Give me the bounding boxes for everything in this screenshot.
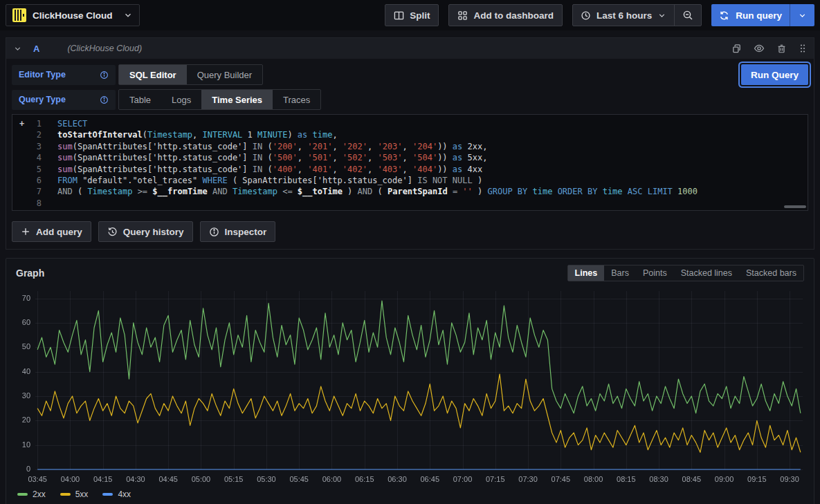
run-query-toolbar-button: Run query bbox=[711, 4, 814, 26]
search-minus-icon bbox=[682, 10, 693, 21]
add-query-button[interactable]: Add query bbox=[12, 221, 91, 242]
query-type-group: Table Logs Time Series Traces bbox=[118, 89, 321, 110]
line-number: 6 bbox=[12, 175, 42, 186]
query-history-button[interactable]: Query history bbox=[98, 221, 193, 242]
split-button[interactable]: Split bbox=[385, 4, 439, 26]
duplicate-query-icon[interactable] bbox=[731, 44, 742, 54]
editor-type-row: Editor Type SQL Editor Query Builder Run… bbox=[12, 64, 808, 85]
style-bars[interactable]: Bars bbox=[604, 265, 636, 281]
graph-panel-title: Graph bbox=[16, 268, 44, 279]
history-icon bbox=[107, 227, 118, 237]
query-ref-label[interactable]: A bbox=[33, 44, 39, 54]
line-number: 7 bbox=[12, 186, 42, 197]
time-range-button[interactable]: Last 6 hours bbox=[573, 5, 674, 26]
code-line-5[interactable]: 5sum(SpanAttributes['http.status_code'] … bbox=[12, 164, 808, 175]
legend-label-5xx: 5xx bbox=[75, 489, 89, 499]
delete-query-trash-icon[interactable] bbox=[776, 44, 787, 54]
style-lines[interactable]: Lines bbox=[568, 265, 605, 281]
style-stacked-bars[interactable]: Stacked bars bbox=[739, 265, 803, 281]
editor-type-field-label: Editor Type bbox=[12, 65, 116, 85]
explore-toolbar: ClickHouse Cloud Split Add to dashboard … bbox=[0, 0, 820, 30]
code-line-4[interactable]: 4sum(SpanAttributes['http.status_code'] … bbox=[12, 152, 808, 163]
line-number: 8 bbox=[12, 198, 42, 209]
line-number: 1 bbox=[12, 118, 42, 129]
query-editor-panel: A (ClickHouse Cloud) Editor Type bbox=[6, 37, 814, 250]
code-line-2[interactable]: 2toStartOfInterval(Timestamp, INTERVAL 1… bbox=[12, 129, 808, 140]
chevron-down-icon bbox=[123, 10, 133, 20]
timeseries-chart[interactable] bbox=[12, 284, 808, 487]
add-to-dashboard-button[interactable]: Add to dashboard bbox=[448, 4, 563, 26]
query-editor-body: Editor Type SQL Editor Query Builder Run… bbox=[6, 59, 814, 249]
sync-icon bbox=[719, 10, 729, 21]
sql-code-editor[interactable]: +1SELECT2toStartOfInterval(Timestamp, IN… bbox=[12, 114, 808, 211]
legend-item-2xx[interactable]: 2xx bbox=[17, 489, 46, 499]
disable-query-eye-icon[interactable] bbox=[754, 43, 765, 54]
code-line-1[interactable]: +1SELECT bbox=[12, 118, 808, 129]
query-datasource-hint: (ClickHouse Cloud) bbox=[67, 44, 142, 53]
code-line-3[interactable]: 3sum(SpanAttributes['http.status_code'] … bbox=[12, 141, 808, 152]
legend-swatch-5xx bbox=[60, 493, 71, 496]
apps-grid-icon bbox=[457, 10, 468, 21]
line-number: 4 bbox=[12, 152, 42, 163]
inspector-button[interactable]: Inspector bbox=[200, 221, 276, 242]
legend-swatch-2xx bbox=[17, 493, 28, 496]
time-range-label: Last 6 hours bbox=[596, 10, 652, 21]
plus-icon bbox=[21, 227, 30, 236]
collapse-chevron-icon[interactable] bbox=[13, 44, 22, 53]
style-points[interactable]: Points bbox=[636, 265, 674, 281]
legend-item-4xx[interactable]: 4xx bbox=[102, 489, 131, 499]
query-history-label: Query history bbox=[123, 227, 184, 237]
time-picker-group: Last 6 hours bbox=[572, 4, 702, 26]
query-row-header[interactable]: A (ClickHouse Cloud) bbox=[6, 38, 814, 59]
info-icon[interactable] bbox=[100, 95, 109, 104]
legend-item-5xx[interactable]: 5xx bbox=[60, 489, 89, 499]
info-circle-icon bbox=[209, 227, 219, 237]
horizontal-scrollbar[interactable] bbox=[784, 205, 806, 208]
line-number: 3 bbox=[12, 141, 42, 152]
add-line-icon[interactable]: + bbox=[19, 118, 24, 129]
zoom-out-time-button[interactable] bbox=[674, 5, 701, 26]
chart-legend: 2xx 5xx 4xx bbox=[6, 487, 814, 504]
tab-time-series[interactable]: Time Series bbox=[201, 90, 273, 109]
line-number: 2 bbox=[12, 129, 42, 140]
editor-type-label: Editor Type bbox=[19, 70, 66, 80]
add-query-label: Add query bbox=[36, 227, 82, 237]
tab-query-builder[interactable]: Query Builder bbox=[187, 65, 262, 84]
graph-style-toggle: Lines Bars Points Stacked lines Stacked … bbox=[567, 265, 804, 281]
legend-label-4xx: 4xx bbox=[118, 489, 131, 499]
clock-icon bbox=[581, 10, 591, 21]
datasource-label: ClickHouse Cloud bbox=[33, 10, 117, 21]
info-icon[interactable] bbox=[100, 71, 109, 80]
run-query-dropdown-caret[interactable] bbox=[790, 4, 814, 26]
run-query-main[interactable]: Run query bbox=[711, 4, 790, 26]
clickhouse-logo-icon bbox=[12, 8, 26, 22]
query-type-row: Query Type Table Logs Time Series Traces bbox=[12, 89, 808, 110]
query-type-label: Query Type bbox=[19, 95, 66, 104]
add-to-dashboard-label: Add to dashboard bbox=[473, 10, 554, 21]
sql-code: +1SELECT2toStartOfInterval(Timestamp, IN… bbox=[12, 118, 808, 209]
tab-sql-editor[interactable]: SQL Editor bbox=[119, 65, 187, 84]
code-line-8[interactable]: 8 bbox=[12, 198, 808, 209]
tab-logs[interactable]: Logs bbox=[161, 90, 201, 109]
query-footer-buttons: Add query Query history Inspector bbox=[12, 221, 808, 242]
run-query-panel-button[interactable]: Run Query bbox=[741, 64, 808, 85]
split-label: Split bbox=[410, 10, 430, 21]
drag-handle-icon[interactable] bbox=[799, 44, 807, 53]
tab-traces[interactable]: Traces bbox=[273, 90, 320, 109]
inspector-label: Inspector bbox=[225, 227, 267, 237]
datasource-picker[interactable]: ClickHouse Cloud bbox=[6, 4, 140, 26]
legend-label-2xx: 2xx bbox=[33, 489, 46, 499]
graph-panel-header: Graph Lines Bars Points Stacked lines St… bbox=[6, 259, 814, 283]
query-row-actions bbox=[731, 43, 807, 54]
graph-panel: Graph Lines Bars Points Stacked lines St… bbox=[6, 258, 814, 504]
code-line-6[interactable]: 6FROM "default"."otel_traces" WHERE ( Sp… bbox=[12, 175, 808, 186]
legend-swatch-4xx bbox=[102, 493, 113, 496]
run-query-label: Run query bbox=[736, 10, 782, 21]
query-type-field-label: Query Type bbox=[12, 90, 116, 110]
code-line-7[interactable]: 7AND ( Timestamp >= $__fromTime AND Time… bbox=[12, 186, 808, 197]
split-icon bbox=[394, 10, 404, 21]
tab-table[interactable]: Table bbox=[119, 90, 161, 109]
style-stacked-lines[interactable]: Stacked lines bbox=[674, 265, 739, 281]
line-number: 5 bbox=[12, 164, 42, 175]
chevron-down-icon bbox=[657, 11, 666, 20]
